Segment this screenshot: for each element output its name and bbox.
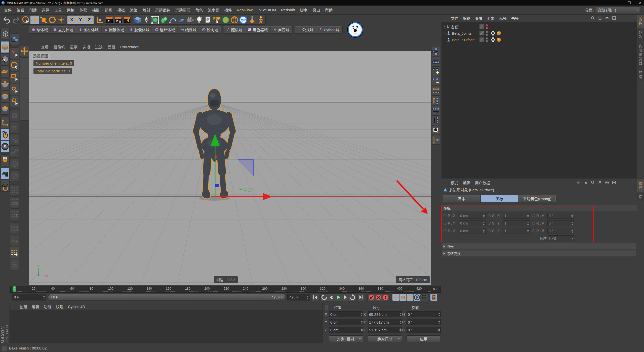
subdiv-button[interactable] (151, 16, 159, 24)
embcube-tool-button[interactable] (10, 158, 19, 170)
attr-tab-基本[interactable]: 基本 (443, 195, 480, 202)
om-menu-对象[interactable]: 对象 (485, 16, 497, 21)
om-menu-文件[interactable]: 文件 (449, 16, 461, 21)
panel-tab-内容浏览器[interactable]: 内容浏览器 (637, 42, 644, 68)
material-menu-纹理[interactable]: 纹理 (54, 304, 66, 309)
slate2-button[interactable] (114, 16, 123, 24)
arrUD-button[interactable] (432, 96, 440, 105)
attr-menu-编辑[interactable]: 编辑 (461, 180, 473, 185)
current-frame-field[interactable]: 0 F (12, 294, 46, 300)
menu-插件[interactable]: 插件 (222, 7, 234, 13)
attr-menu-用户数据[interactable]: 用户数据 (473, 180, 492, 185)
keyscale-button[interactable] (399, 294, 406, 301)
texcube-tool-button[interactable] (1, 53, 10, 65)
dotsorange-tool-button[interactable] (10, 247, 19, 258)
object-row-Beta_Surface[interactable]: Beta_Surface (441, 36, 637, 43)
menu-渲染[interactable]: 渲染 (127, 7, 140, 13)
coordsys-button[interactable] (95, 16, 104, 24)
reckey-button[interactable] (368, 294, 375, 301)
field-立方体域[interactable]: 立方体域 (51, 26, 76, 33)
menu-脚本[interactable]: 脚本 (297, 7, 310, 13)
menu-动画[interactable]: 动画 (102, 7, 115, 13)
lrtris-icon[interactable] (577, 180, 581, 185)
embtris-tool-button[interactable] (10, 235, 19, 246)
coords-input-旋转-P[interactable]: 0 ° (407, 319, 441, 325)
field-球体域[interactable]: 球体域 (29, 26, 50, 33)
field-声音域[interactable]: 声音域 (271, 26, 292, 33)
viewport-menu-选项[interactable]: 选项 (80, 44, 93, 50)
close-button[interactable]: ✕ (638, 1, 642, 5)
camera-button[interactable] (186, 16, 195, 24)
splinearc-button[interactable] (169, 16, 177, 24)
cursorup-icon[interactable] (584, 180, 588, 185)
chipY-button[interactable]: Y (76, 16, 85, 24)
tnextkey-button[interactable] (349, 294, 356, 301)
drag-grip[interactable] (7, 294, 9, 299)
menu-角色[interactable]: 角色 (193, 7, 205, 13)
question-tool-button[interactable]: ? (10, 48, 19, 59)
material-tag-icon[interactable] (497, 37, 501, 42)
chipZ-button[interactable]: Z (85, 16, 94, 24)
menu-创建[interactable]: 创建 (27, 7, 39, 13)
livesel-button[interactable] (22, 16, 30, 24)
embenv-tool-button[interactable] (10, 223, 19, 234)
interface-dropdown[interactable]: 启动 (用户) (595, 7, 640, 13)
field-胶囊体域[interactable]: 胶囊体域 (127, 26, 152, 33)
field-圆锥体域[interactable]: 圆锥体域 (102, 26, 127, 33)
menu-选择[interactable]: 选择 (39, 7, 52, 13)
menu-RealFlow[interactable]: RealFlow (234, 8, 255, 12)
lassosel-tool-button[interactable] (10, 84, 19, 95)
menu-Redshift[interactable]: Redshift (278, 8, 297, 12)
psr-button[interactable]: PSR0 (213, 16, 221, 24)
embslash-tool-button[interactable] (10, 170, 19, 182)
pointcube-tool-button[interactable] (1, 79, 10, 91)
recq-button[interactable]: ? (382, 294, 389, 301)
menu-捕捉[interactable]: 捕捉 (90, 7, 102, 13)
om-menu-查看[interactable]: 查看 (473, 16, 485, 21)
collapsed-section[interactable]: 四元 (447, 244, 454, 249)
tstart-button[interactable] (312, 294, 319, 301)
collapsed-section[interactable]: 冻结变换 (447, 251, 461, 256)
coords-input-尺寸-X[interactable]: 65.289 cm (368, 311, 402, 317)
panel-tab-层[interactable]: 层 (637, 193, 644, 201)
hierB-button[interactable] (432, 57, 440, 66)
search-icon[interactable] (591, 180, 595, 185)
psrnode-button[interactable]: PSR (432, 135, 440, 145)
panel-tab-属性[interactable]: 属性 (637, 180, 644, 192)
tprevkey-button[interactable] (321, 294, 328, 301)
livesel-tool-button[interactable] (10, 60, 19, 71)
drag-grip[interactable] (7, 287, 9, 292)
recauto-button[interactable] (375, 294, 382, 301)
menu-工具[interactable]: 工具 (52, 7, 64, 13)
honeycomb-tool-button[interactable] (10, 259, 19, 270)
dots9b-tool-button[interactable] (10, 196, 19, 208)
tweak-button[interactable] (57, 16, 65, 24)
menu-编辑[interactable]: 编辑 (14, 7, 27, 13)
coords-mode-dropdown[interactable]: 绝对尺寸 (368, 335, 402, 342)
material-tag-icon[interactable] (497, 31, 501, 35)
camsnap-button[interactable] (432, 125, 440, 135)
targetic-icon[interactable] (605, 180, 609, 185)
menu-INSYDIUM[interactable]: INSYDIUM (255, 8, 278, 12)
enable-toggle[interactable] (479, 31, 484, 36)
redo-button[interactable] (12, 16, 20, 24)
modecube-tool-button[interactable] (1, 41, 10, 53)
lock-icon[interactable] (598, 180, 602, 185)
menu-模拟[interactable]: 模拟 (115, 7, 127, 13)
move-viewport-button[interactable] (20, 45, 29, 57)
tprev-button[interactable] (328, 294, 335, 301)
keyparam-button[interactable]: P (414, 294, 420, 301)
material-menu-功能[interactable]: 功能 (42, 304, 54, 309)
weights-tag-icon[interactable] (491, 37, 495, 42)
coords-input-位置-Y[interactable]: 0 cm (329, 319, 363, 325)
slate1-button[interactable] (105, 16, 114, 24)
keypos-button[interactable] (392, 294, 399, 301)
material-menu-创建[interactable]: 创建 (17, 304, 29, 309)
field-远环体域[interactable]: 远环体域 (152, 26, 177, 33)
pen-button[interactable] (142, 16, 151, 24)
viewport-menu-查看[interactable]: 查看 (38, 44, 51, 50)
emb1-tool-button[interactable] (10, 110, 19, 121)
drag-grip[interactable] (442, 16, 447, 20)
menu-网格[interactable]: 网格 (64, 7, 77, 13)
xpresso-button[interactable] (221, 16, 230, 24)
